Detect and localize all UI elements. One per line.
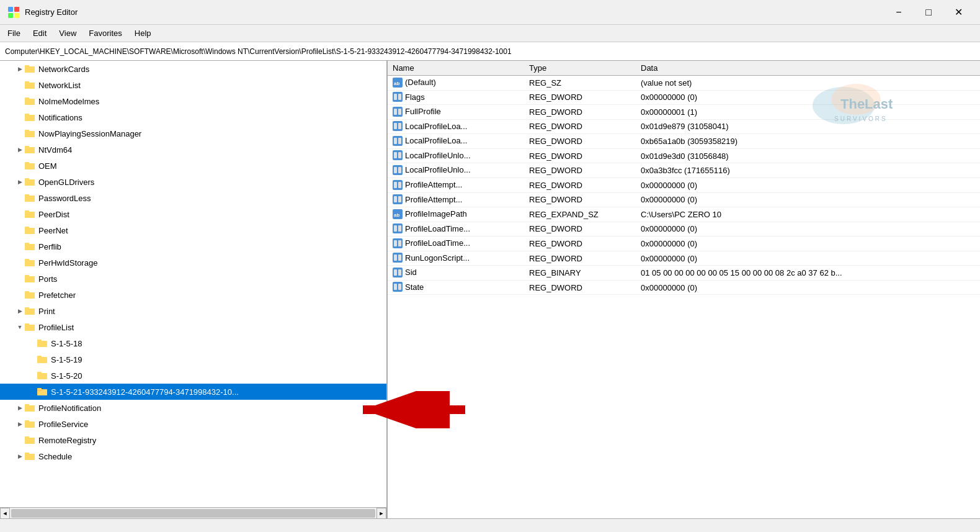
svg-rect-7 — [25, 81, 29, 83]
tree-item[interactable]: Ports — [0, 271, 386, 287]
registry-row[interactable]: FullProfileREG_DWORD0x00000001 (1) — [388, 105, 980, 120]
menu-item-view[interactable]: View — [54, 27, 81, 39]
tree-item[interactable]: ▶ Print — [0, 303, 386, 319]
tree-item[interactable]: PerHwIdStorage — [0, 255, 386, 271]
tree-item[interactable]: ▼ ProfileList — [0, 319, 386, 335]
svg-rect-86 — [398, 225, 401, 232]
reg-name-text: LocalProfileLoa... — [405, 136, 467, 145]
tree-item[interactable]: NetworkList — [0, 77, 386, 93]
reg-data: 0x01d9e3d0 (31056848) — [636, 148, 980, 163]
svg-rect-18 — [25, 179, 35, 186]
folder-icon — [25, 145, 36, 155]
tree-item[interactable]: PasswordLess — [0, 190, 386, 206]
registry-row[interactable]: ProfileLoadTime...REG_DWORD0x00000000 (0… — [388, 222, 980, 237]
tree-item[interactable]: OEM — [0, 158, 386, 174]
folder-icon — [25, 241, 36, 251]
expand-icon[interactable]: ▶ — [15, 177, 25, 187]
reg-name-text: RunLogonScript... — [405, 253, 470, 263]
registry-row[interactable]: ab ProfileImagePathREG_EXPAND_SZC:\Users… — [388, 207, 980, 222]
close-button[interactable]: ✕ — [944, 2, 973, 22]
tree-item-label: S-1-5-20 — [51, 371, 82, 381]
tree-item[interactable]: ▶ Schedule — [0, 448, 386, 464]
title-bar: Registry Editor − □ ✕ — [0, 0, 980, 25]
expand-icon[interactable]: ▶ — [15, 419, 25, 429]
no-expand-icon — [15, 112, 25, 122]
address-bar: Computer\HKEY_LOCAL_MACHINE\SOFTWARE\Mic… — [0, 42, 980, 61]
expand-icon[interactable]: ▶ — [15, 451, 25, 461]
registry-row[interactable]: LocalProfileUnlo...REG_DWORD0x0a3b3fcc (… — [388, 163, 980, 178]
left-panel: ▶ NetworkCards NetworkList NoImeModelmes… — [0, 61, 388, 518]
reg-name-text: ProfileLoadTime... — [405, 224, 470, 233]
registry-row[interactable]: ProfileAttempt...REG_DWORD0x00000000 (0) — [388, 178, 980, 192]
menu-item-favorites[interactable]: Favorites — [84, 27, 127, 39]
svg-rect-47 — [37, 389, 47, 395]
menu-item-edit[interactable]: Edit — [28, 27, 51, 39]
tree-item[interactable]: S-1-5-21-933243912-4260477794-3471998432… — [0, 384, 386, 400]
tree-item-label: Schedule — [38, 452, 72, 461]
reg-name-text: Flags — [405, 92, 425, 102]
expand-icon[interactable]: ▶ — [15, 403, 25, 413]
tree-item[interactable]: Prefetcher — [0, 287, 386, 303]
registry-row[interactable]: ab (Default)REG_SZ(value not set) — [388, 76, 980, 91]
svg-text:ab: ab — [394, 212, 399, 218]
reg-data: 0xb65a1a0b (3059358219) — [636, 134, 980, 149]
svg-rect-6 — [25, 83, 35, 89]
tree-item[interactable]: ▶ ProfileService — [0, 416, 386, 432]
tree-item[interactable]: ▶ NetworkCards — [0, 61, 386, 77]
tree-item[interactable]: ▶ OpenGLDrivers — [0, 174, 386, 190]
tree-item-label: NetworkList — [38, 81, 81, 90]
reg-type: REG_DWORD — [524, 237, 636, 251]
tree-item[interactable]: S-1-5-20 — [0, 367, 386, 384]
folder-icon — [25, 128, 36, 138]
registry-row[interactable]: StateREG_DWORD0x00000000 (0) — [388, 280, 980, 295]
registry-row[interactable]: SidREG_BINARY01 05 00 00 00 00 00 05 15 … — [388, 266, 980, 281]
registry-row[interactable]: LocalProfileUnlo...REG_DWORD0x01d9e3d0 (… — [388, 148, 980, 163]
tree-item[interactable]: ▶ ProfileNotification — [0, 400, 386, 416]
svg-rect-78 — [398, 182, 401, 188]
tree-item[interactable]: Perflib — [0, 238, 386, 255]
tree-item[interactable]: Notifications — [0, 109, 386, 125]
tree-item-label: Notifications — [38, 113, 82, 122]
expand-icon[interactable]: ▶ — [15, 145, 25, 155]
tree-item[interactable]: PeerDist — [0, 206, 386, 222]
registry-row[interactable]: ProfileLoadTime...REG_DWORD0x00000000 (0… — [388, 237, 980, 251]
svg-rect-12 — [25, 131, 35, 137]
menu-item-help[interactable]: Help — [130, 27, 156, 39]
registry-row[interactable]: RunLogonScript...REG_DWORD0x00000000 (0) — [388, 251, 980, 266]
tree-item[interactable]: NowPlayingSessionManager — [0, 125, 386, 142]
tree-view[interactable]: ▶ NetworkCards NetworkList NoImeModelmes… — [0, 61, 386, 507]
registry-row[interactable]: LocalProfileLoa...REG_DWORD0x01d9e879 (3… — [388, 119, 980, 134]
folder-icon — [37, 371, 48, 381]
menu-item-file[interactable]: File — [2, 27, 25, 39]
tree-item[interactable]: ▶ NtVdm64 — [0, 142, 386, 158]
registry-row[interactable]: ProfileAttempt...REG_DWORD0x00000000 (0) — [388, 192, 980, 207]
registry-value-icon — [393, 180, 403, 190]
minimize-button[interactable]: − — [884, 2, 913, 22]
tree-item-label: NoImeModelmes — [38, 97, 99, 106]
svg-text:ab: ab — [394, 81, 399, 86]
svg-rect-26 — [25, 244, 35, 250]
expand-icon[interactable]: ▶ — [15, 306, 25, 316]
registry-row[interactable]: FlagsREG_DWORD0x00000000 (0) — [388, 90, 980, 105]
reg-name: State — [388, 280, 524, 295]
tree-item[interactable]: RemoteRegistry — [0, 432, 386, 448]
no-expand-icon — [15, 161, 25, 171]
expand-icon[interactable]: ▼ — [15, 322, 25, 332]
tree-item[interactable]: PeerNet — [0, 222, 386, 238]
tree-item-label: Prefetcher — [38, 291, 76, 300]
svg-rect-20 — [25, 196, 35, 202]
registry-table-scroll[interactable]: Name Type Data ab (Default)REG_SZ(value … — [388, 61, 980, 518]
registry-row[interactable]: LocalProfileLoa...REG_DWORD0xb65a1a0b (3… — [388, 134, 980, 149]
maximize-button[interactable]: □ — [914, 2, 943, 22]
scroll-left-button[interactable]: ◄ — [0, 508, 10, 519]
reg-name: LocalProfileLoa... — [388, 134, 524, 149]
reg-name: LocalProfileUnlo... — [388, 163, 524, 178]
svg-rect-22 — [25, 212, 35, 218]
tree-item[interactable]: S-1-5-18 — [0, 335, 386, 351]
svg-rect-55 — [25, 453, 29, 454]
scroll-right-button[interactable]: ► — [376, 508, 386, 519]
expand-icon[interactable]: ▶ — [15, 64, 25, 74]
tree-item[interactable]: NoImeModelmes — [0, 93, 386, 109]
tree-item[interactable]: S-1-5-19 — [0, 351, 386, 367]
registry-table: Name Type Data ab (Default)REG_SZ(value … — [388, 61, 980, 295]
